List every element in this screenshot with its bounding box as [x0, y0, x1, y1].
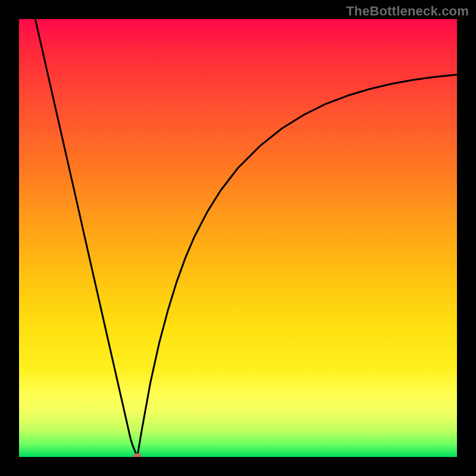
plot-area: [19, 19, 457, 457]
optimal-point-marker: [133, 453, 142, 457]
bottleneck-curve: [19, 19, 457, 457]
chart-frame: TheBottleneck.com: [0, 0, 476, 476]
watermark-text: TheBottleneck.com: [346, 4, 469, 19]
